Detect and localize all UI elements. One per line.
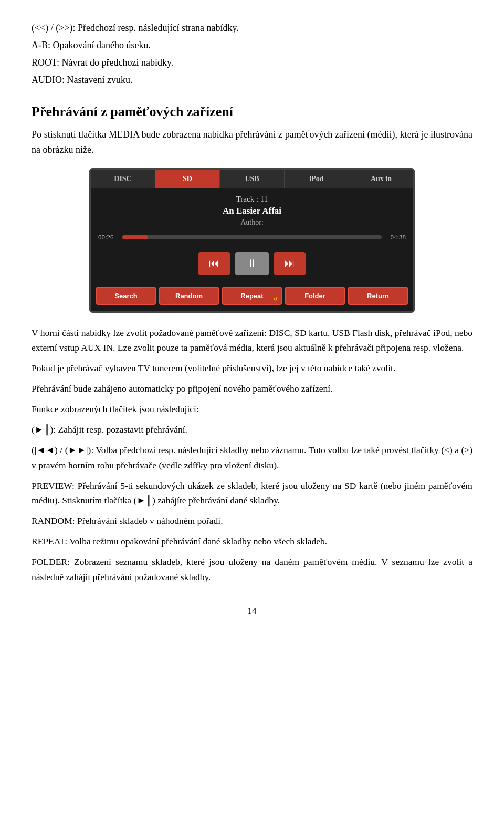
media-player: DISC SD USB iPod Aux in Track : 11 An Ea… [89, 168, 415, 313]
track-number: Track : 11 [96, 195, 408, 204]
random-button[interactable]: Random [159, 287, 219, 305]
body-p5: (►║): Zahájit resp. pozastavit přehráván… [32, 422, 472, 437]
player-track-info: Track : 11 An Easier Affai Author: [91, 188, 413, 229]
next-button[interactable]: ⏭ [274, 252, 306, 275]
time-current: 00:26 [98, 233, 118, 242]
progress-row: 00:26 04:38 [91, 229, 413, 246]
progress-fill [122, 235, 148, 239]
folder-button[interactable]: Folder [285, 287, 345, 305]
repeat-button[interactable]: Repeat ↺ [222, 287, 282, 305]
intro-line-2: A-B: Opakování daného úseku. [32, 38, 472, 52]
body-p1: V horní části nabídky lze zvolit požadov… [32, 326, 472, 356]
tab-aux[interactable]: Aux in [349, 170, 413, 188]
body-p4: Funkce zobrazených tlačítek jsou následu… [32, 402, 472, 417]
tab-usb[interactable]: USB [220, 170, 285, 188]
search-button[interactable]: Search [96, 287, 156, 305]
body-p6: (|◄◄) / (►►|): Volba předchozí resp. nás… [32, 443, 472, 473]
page-number: 14 [32, 606, 472, 616]
tab-sd[interactable]: SD [155, 170, 220, 188]
repeat-icon: ↺ [274, 297, 278, 302]
body-p10: FOLDER: Zobrazení seznamu skladeb, které… [32, 554, 472, 585]
media-player-wrapper: DISC SD USB iPod Aux in Track : 11 An Ea… [32, 168, 472, 313]
return-button[interactable]: Return [348, 287, 408, 305]
page-content: (<<) / (>>): Předchozí resp. následující… [32, 21, 472, 616]
tab-ipod[interactable]: iPod [285, 170, 349, 188]
intro-line-3: ROOT: Návrat do předchozí nabídky. [32, 56, 472, 70]
pause-button[interactable]: ⏸ [235, 252, 269, 275]
body-p9: REPEAT: Volba režimu opakování přehráván… [32, 534, 472, 549]
player-actions: Search Random Repeat ↺ Folder Return [91, 281, 413, 311]
track-author: Author: [96, 218, 408, 227]
tab-disc[interactable]: DISC [91, 170, 155, 188]
progress-bar[interactable] [122, 235, 382, 239]
player-tabs: DISC SD USB iPod Aux in [91, 170, 413, 188]
section-title: Přehrávání z paměťových zařízení [32, 104, 472, 120]
body-p7: PREVIEW: Přehrávání 5-ti sekundových uká… [32, 478, 472, 509]
intro-line-1: (<<) / (>>): Předchozí resp. následující… [32, 21, 472, 35]
player-controls: ⏮ ⏸ ⏭ [91, 246, 413, 281]
intro-line-4: AUDIO: Nastavení zvuku. [32, 73, 472, 87]
body-p2: Pokud je přehrávač vybaven TV tunerem (v… [32, 361, 472, 376]
track-name: An Easier Affai [96, 206, 408, 216]
body-p3: Přehrávání bude zahájeno automaticky po … [32, 381, 472, 396]
time-total: 04:38 [386, 233, 406, 242]
section-intro: Po stisknutí tlačítka MEDIA bude zobraze… [32, 127, 472, 158]
body-p8: RANDOM: Přehrávání skladeb v náhodném po… [32, 513, 472, 529]
prev-button[interactable]: ⏮ [198, 252, 230, 275]
